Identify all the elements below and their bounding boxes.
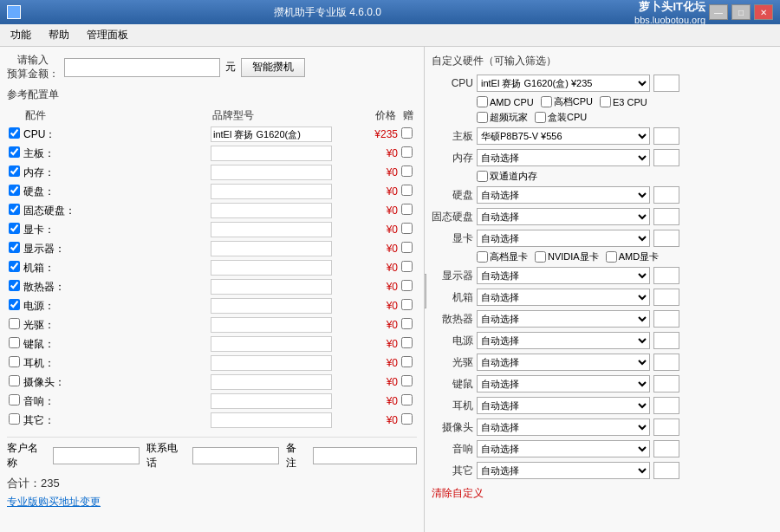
minimize-button[interactable]: —: [709, 4, 728, 20]
amd-gpu-checkbox-label[interactable]: AMD显卡: [606, 250, 659, 263]
cooler-extra-input[interactable]: [653, 310, 679, 328]
high-cpu-checkbox[interactable]: [541, 96, 552, 107]
monitor-extra-input[interactable]: [653, 267, 679, 284]
part-checkbox-13[interactable]: [9, 375, 20, 386]
memory-extra-input[interactable]: [653, 149, 679, 166]
cooler-select[interactable]: 自动选择: [477, 310, 650, 328]
high-cpu-checkbox-label[interactable]: 高档CPU: [541, 95, 593, 108]
case-extra-input[interactable]: [653, 289, 679, 306]
part-gift-checkbox-10[interactable]: [401, 318, 413, 329]
oc-checkbox-label[interactable]: 超频玩家: [477, 111, 528, 124]
part-gift-checkbox-8[interactable]: [401, 280, 413, 291]
amd-cpu-checkbox[interactable]: [477, 96, 488, 107]
budget-input[interactable]: [64, 58, 220, 77]
other-extra-input[interactable]: [653, 462, 679, 479]
smart-btn[interactable]: 智能攒机: [241, 58, 305, 77]
psu-select[interactable]: 自动选择: [477, 332, 650, 349]
part-model-input-0[interactable]: [211, 127, 332, 142]
psu-extra-input[interactable]: [653, 332, 679, 349]
clear-link[interactable]: 清除自定义: [432, 486, 773, 501]
close-button[interactable]: ✕: [754, 4, 773, 20]
part-gift-checkbox-4[interactable]: [401, 204, 413, 215]
part-checkbox-2[interactable]: [9, 165, 20, 177]
part-checkbox-4[interactable]: [9, 204, 20, 215]
speaker-extra-input[interactable]: [653, 440, 679, 457]
dvd-extra-input[interactable]: [653, 354, 679, 371]
remark-input[interactable]: [313, 447, 417, 464]
part-checkbox-10[interactable]: [9, 318, 20, 329]
gpu-extra-input[interactable]: [653, 230, 679, 247]
cpu-select[interactable]: intEl 赛扬 G1620(盒) ¥235: [477, 75, 650, 92]
part-model-input-13[interactable]: [211, 374, 332, 390]
part-gift-checkbox-14[interactable]: [401, 394, 413, 405]
part-gift-checkbox-3[interactable]: [401, 185, 413, 196]
kb-select[interactable]: 自动选择: [477, 375, 650, 393]
memory-select[interactable]: 自动选择: [477, 149, 650, 166]
customer-name-input[interactable]: [53, 447, 140, 464]
case-select[interactable]: 自动选择: [477, 289, 650, 306]
mainboard-extra-input[interactable]: [653, 127, 679, 145]
hdd-extra-input[interactable]: [653, 186, 679, 204]
part-checkbox-7[interactable]: [9, 261, 20, 272]
dual-channel-checkbox[interactable]: [477, 171, 488, 182]
part-checkbox-8[interactable]: [9, 280, 20, 291]
part-checkbox-9[interactable]: [9, 299, 20, 310]
dual-channel-checkbox-label[interactable]: 双通道内存: [477, 170, 537, 183]
part-checkbox-11[interactable]: [9, 337, 20, 348]
headphone-select[interactable]: 自动选择: [477, 397, 650, 414]
part-model-input-11[interactable]: [211, 336, 332, 352]
amd-gpu-checkbox[interactable]: [606, 251, 617, 263]
camera-select[interactable]: 自动选择: [477, 418, 650, 436]
part-model-input-9[interactable]: [211, 298, 332, 314]
part-model-input-8[interactable]: [211, 279, 332, 295]
part-gift-checkbox-12[interactable]: [401, 356, 413, 367]
gpu-select[interactable]: 自动选择: [477, 230, 650, 247]
part-gift-checkbox-2[interactable]: [401, 165, 413, 177]
maximize-button[interactable]: □: [731, 4, 751, 20]
menu-item-help[interactable]: 帮助: [42, 26, 76, 44]
dvd-select[interactable]: 自动选择: [477, 354, 650, 371]
part-model-input-12[interactable]: [211, 355, 332, 371]
part-checkbox-5[interactable]: [9, 223, 20, 234]
mainboard-select[interactable]: 华硕P8B75-V ¥556: [477, 127, 650, 145]
cpu-extra-input[interactable]: [653, 75, 679, 92]
box-cpu-checkbox[interactable]: [535, 112, 546, 123]
high-gpu-checkbox[interactable]: [477, 251, 488, 263]
speaker-select[interactable]: 自动选择: [477, 440, 650, 457]
phone-input[interactable]: [192, 447, 279, 464]
part-checkbox-3[interactable]: [9, 185, 20, 196]
part-gift-checkbox-7[interactable]: [401, 261, 413, 272]
ssd-select[interactable]: 自动选择: [477, 208, 650, 225]
part-model-input-15[interactable]: [211, 412, 332, 428]
e3-cpu-checkbox[interactable]: [600, 96, 611, 107]
part-model-input-5[interactable]: [211, 222, 332, 237]
ssd-extra-input[interactable]: [653, 208, 679, 225]
pro-link[interactable]: 专业版购买地址变更: [7, 495, 417, 509]
part-model-input-4[interactable]: [211, 203, 332, 218]
part-checkbox-1[interactable]: [9, 146, 20, 158]
part-gift-checkbox-11[interactable]: [401, 337, 413, 348]
part-model-input-2[interactable]: [211, 165, 332, 180]
part-gift-checkbox-6[interactable]: [401, 242, 413, 253]
menu-item-function[interactable]: 功能: [3, 26, 38, 44]
kb-extra-input[interactable]: [653, 375, 679, 393]
box-cpu-checkbox-label[interactable]: 盒装CPU: [535, 111, 587, 124]
part-checkbox-0[interactable]: [9, 127, 20, 139]
part-checkbox-12[interactable]: [9, 356, 20, 367]
part-gift-checkbox-1[interactable]: [401, 146, 413, 158]
part-gift-checkbox-0[interactable]: [401, 127, 413, 139]
high-gpu-checkbox-label[interactable]: 高档显卡: [477, 250, 528, 263]
headphone-extra-input[interactable]: [653, 397, 679, 414]
part-model-input-10[interactable]: [211, 317, 332, 333]
part-gift-checkbox-13[interactable]: [401, 375, 413, 386]
monitor-select[interactable]: 自动选择: [477, 267, 650, 284]
nvidia-checkbox-label[interactable]: NVIDIA显卡: [535, 250, 599, 263]
part-gift-checkbox-15[interactable]: [401, 413, 413, 425]
part-checkbox-6[interactable]: [9, 242, 20, 253]
nvidia-checkbox[interactable]: [535, 251, 546, 263]
other-select[interactable]: 自动选择: [477, 462, 650, 479]
e3-cpu-checkbox-label[interactable]: E3 CPU: [600, 96, 647, 107]
part-model-input-14[interactable]: [211, 393, 332, 409]
menu-item-admin[interactable]: 管理面板: [80, 26, 135, 44]
amd-cpu-checkbox-label[interactable]: AMD CPU: [477, 96, 534, 107]
